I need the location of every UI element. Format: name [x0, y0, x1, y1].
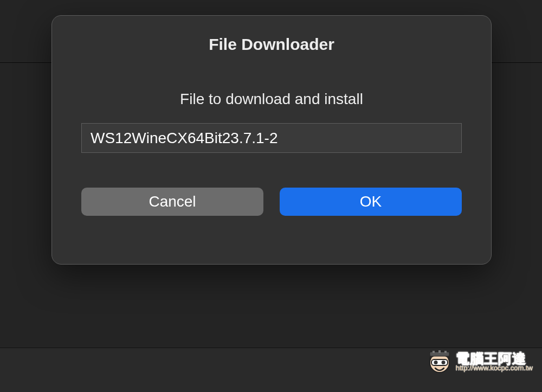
cancel-button[interactable]: Cancel: [81, 188, 263, 216]
watermark-url: http://www.kocpc.com.tw: [456, 364, 533, 372]
dialog-message: File to download and install: [180, 91, 363, 108]
svg-point-6: [434, 361, 437, 364]
watermark: 電腦王阿達 http://www.kocpc.com.tw: [427, 349, 533, 375]
watermark-face-icon: [427, 349, 453, 375]
svg-rect-2: [433, 351, 435, 353]
svg-point-7: [441, 361, 445, 364]
dialog-title: File Downloader: [209, 35, 334, 54]
svg-rect-3: [438, 350, 441, 353]
filename-input[interactable]: [81, 123, 462, 153]
ok-button[interactable]: OK: [280, 188, 462, 216]
watermark-text: 電腦王阿達 http://www.kocpc.com.tw: [456, 351, 533, 372]
button-row: Cancel OK: [81, 188, 462, 216]
file-downloader-dialog: File Downloader File to download and ins…: [51, 15, 492, 265]
svg-rect-4: [444, 351, 447, 353]
